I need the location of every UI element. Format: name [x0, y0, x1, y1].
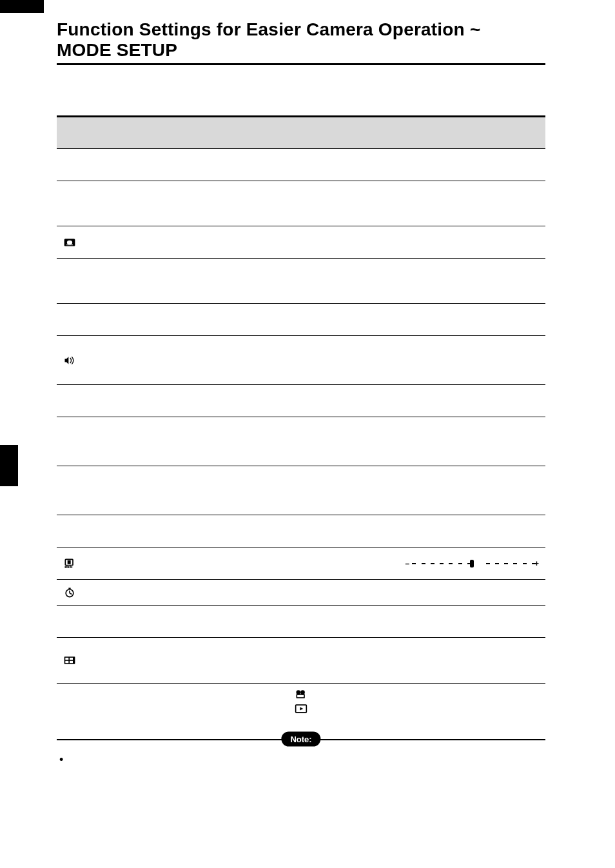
svg-rect-4 [65, 566, 66, 568]
cell-purpose [213, 515, 399, 547]
note-list [59, 752, 545, 765]
note-item [59, 752, 545, 765]
svg-rect-3 [68, 560, 71, 564]
note-pill: Note: [281, 731, 320, 746]
slider-minus: – [405, 559, 410, 568]
cell-function [57, 226, 213, 259]
table-row [57, 304, 545, 336]
cell-function [57, 336, 213, 385]
lcd-icon [63, 558, 76, 569]
table-row [57, 515, 545, 547]
sound-icon [63, 355, 76, 366]
cell-purpose [213, 606, 399, 638]
cell-purpose [213, 417, 399, 466]
cell-default [399, 304, 545, 336]
cell-purpose [213, 226, 399, 259]
cell-function [57, 515, 213, 547]
cell-default [399, 606, 545, 638]
cell-default [399, 466, 545, 515]
table-footnote [57, 683, 545, 716]
cell-function [57, 466, 213, 515]
note-divider: Note: [57, 730, 545, 748]
page-title: Function Settings for Easier Camera Oper… [57, 19, 545, 61]
title-line-1: Function Settings for Easier Camera Oper… [57, 19, 480, 39]
cell-default [399, 385, 545, 417]
svg-rect-16 [65, 661, 68, 663]
svg-rect-6 [68, 566, 70, 568]
edge-marker-top [0, 0, 44, 13]
table-row [57, 385, 545, 417]
cell-default [399, 226, 545, 259]
svg-point-18 [297, 690, 301, 695]
options-table: –+ [57, 115, 545, 683]
cell-default: –+ [399, 547, 545, 580]
table-row [57, 181, 545, 226]
cell-purpose [213, 149, 399, 181]
cell-function [57, 580, 213, 606]
svg-rect-8 [72, 566, 73, 568]
cell-purpose [213, 385, 399, 417]
cell-purpose [213, 181, 399, 226]
play-icon [295, 704, 308, 714]
cell-function [57, 181, 213, 226]
cell-default [399, 336, 545, 385]
svg-rect-14 [65, 658, 68, 660]
table-row [57, 149, 545, 181]
cell-purpose [213, 259, 399, 304]
svg-line-11 [70, 593, 72, 595]
recview-icon [63, 237, 76, 248]
cell-purpose [213, 336, 399, 385]
cell-default [399, 580, 545, 606]
cell-default [399, 259, 545, 304]
footnote-line-1 [57, 687, 545, 702]
table-row [57, 226, 545, 259]
fulltime-icon [63, 655, 76, 666]
cell-function [57, 638, 213, 683]
svg-marker-23 [300, 707, 303, 710]
svg-rect-21 [297, 695, 304, 697]
table-row [57, 466, 545, 515]
cell-function [57, 417, 213, 466]
table-row [57, 417, 545, 466]
title-rule [57, 63, 545, 65]
spacer [57, 77, 545, 115]
cell-function [57, 259, 213, 304]
cell-purpose [213, 638, 399, 683]
page-root: Function Settings for Easier Camera Oper… [0, 0, 615, 868]
table-row [57, 259, 545, 304]
table-header-row [57, 117, 545, 149]
cell-function [57, 304, 213, 336]
table-header-cell [57, 117, 545, 149]
slider-track [412, 560, 532, 567]
svg-rect-5 [66, 566, 68, 567]
content-area: Function Settings for Easier Camera Oper… [57, 0, 545, 765]
cell-default [399, 638, 545, 683]
cell-default [399, 181, 545, 226]
svg-rect-7 [70, 566, 71, 567]
cell-function [57, 149, 213, 181]
table-row: –+ [57, 547, 545, 580]
svg-rect-17 [70, 661, 73, 663]
table-row [57, 336, 545, 385]
note-label: Note: [290, 734, 311, 744]
footnote-line-2 [57, 702, 545, 716]
cell-purpose [213, 466, 399, 515]
cell-purpose [213, 304, 399, 336]
svg-point-19 [300, 690, 305, 695]
cell-default [399, 417, 545, 466]
cell-function [57, 547, 213, 580]
movie-icon [295, 689, 308, 700]
cell-purpose [213, 547, 399, 580]
slider-graphic: –+ [405, 559, 539, 568]
table-row [57, 638, 545, 683]
table-row [57, 580, 545, 606]
table-row [57, 606, 545, 638]
svg-rect-1 [66, 244, 73, 245]
svg-rect-12 [68, 587, 70, 589]
cell-default [399, 149, 545, 181]
slider-knob [470, 560, 474, 567]
timer-icon [63, 587, 76, 598]
edge-marker-side [0, 445, 18, 486]
cell-purpose [213, 580, 399, 606]
title-line-2: MODE SETUP [57, 40, 177, 60]
